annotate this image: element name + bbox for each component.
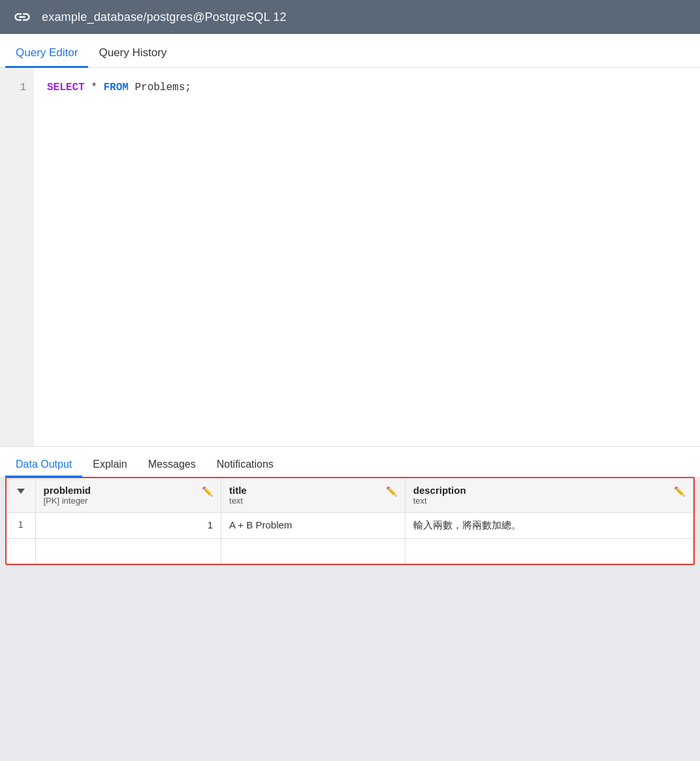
cell-problemid-1[interactable]: 1	[35, 513, 221, 539]
tab-explain[interactable]: Explain	[82, 453, 137, 478]
col-name-problemid: problemid	[44, 485, 91, 496]
tab-data-output[interactable]: Data Output	[5, 453, 82, 478]
tab-messages[interactable]: Messages	[138, 453, 206, 478]
line-numbers: 1	[0, 68, 34, 446]
col-name-description: description	[413, 485, 466, 496]
connection-label: example_database/postgres@PostgreSQL 12	[42, 10, 287, 24]
empty-row-num	[7, 539, 35, 564]
col-header-problemid: problemid [PK] integer ✏️	[35, 478, 221, 513]
table-header-row: problemid [PK] integer ✏️ title text ✏️	[7, 478, 693, 513]
sort-icon	[17, 489, 25, 494]
row-num-1: 1	[7, 513, 35, 539]
empty-cell-2	[221, 539, 406, 564]
keyword-from: FROM	[103, 82, 128, 93]
line-number-1: 1	[0, 78, 34, 97]
empty-cell-1	[35, 539, 221, 564]
col-name-title: title	[229, 485, 247, 496]
editor-area: 1 SELECT * FROM Problems;	[0, 68, 700, 447]
table-row: 1 1 A + B Problem 輸入兩數，將兩數加總。	[7, 513, 693, 539]
edit-icon-title[interactable]: ✏️	[386, 486, 397, 496]
tab-notifications[interactable]: Notifications	[206, 453, 284, 478]
db-connection-icon	[10, 5, 34, 29]
tab-query-editor[interactable]: Query Editor	[5, 40, 88, 68]
sql-star: *	[91, 82, 103, 93]
data-table: problemid [PK] integer ✏️ title text ✏️	[7, 478, 693, 564]
col-header-description: description text ✏️	[405, 478, 693, 513]
main-tab-bar: Query Editor Query History	[0, 34, 700, 68]
col-type-description: text	[413, 496, 466, 506]
sql-table: Problems;	[135, 82, 191, 93]
empty-cell-3	[405, 539, 693, 564]
edit-icon-description[interactable]: ✏️	[674, 486, 685, 496]
col-header-title: title text ✏️	[221, 478, 406, 513]
cell-title-1[interactable]: A + B Problem	[221, 513, 406, 539]
tab-query-history[interactable]: Query History	[88, 40, 177, 68]
title-bar: example_database/postgres@PostgreSQL 12	[0, 0, 700, 34]
table-row-empty	[7, 539, 693, 564]
cell-description-1[interactable]: 輸入兩數，將兩數加總。	[405, 513, 693, 539]
editor-content[interactable]: SELECT * FROM Problems;	[34, 68, 700, 446]
col-type-title: text	[229, 496, 247, 506]
data-table-container: problemid [PK] integer ✏️ title text ✏️	[5, 477, 695, 565]
col-type-problemid: [PK] integer	[44, 496, 91, 506]
sort-header-cell[interactable]	[7, 478, 35, 513]
keyword-select: SELECT	[47, 82, 85, 93]
edit-icon-problemid[interactable]: ✏️	[202, 486, 213, 496]
code-line-1: SELECT * FROM Problems;	[47, 78, 687, 97]
results-tab-bar: Data Output Explain Messages Notificatio…	[0, 447, 700, 477]
